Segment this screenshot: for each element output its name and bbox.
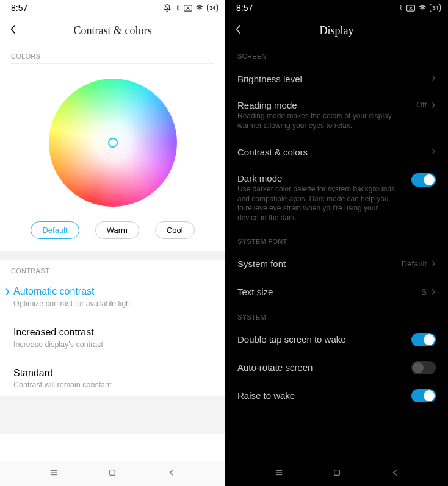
bluetooth-icon bbox=[397, 4, 403, 12]
pill-warm[interactable]: Warm bbox=[95, 221, 139, 239]
chevron-right-icon bbox=[432, 73, 436, 84]
auto-rotate-toggle[interactable] bbox=[411, 361, 436, 374]
chevron-right-icon bbox=[432, 146, 436, 157]
contrast-item-title: Increased contrast bbox=[13, 326, 213, 339]
contrast-standard[interactable]: Standard Contrast will remain constant bbox=[0, 360, 225, 397]
row-auto-rotate: Auto-rotate screen bbox=[225, 354, 448, 382]
row-title: Double tap screen to wake bbox=[237, 334, 406, 345]
row-brightness[interactable]: Brightness level bbox=[225, 65, 448, 93]
row-title: System font bbox=[237, 259, 397, 269]
bluetooth-icon bbox=[175, 4, 181, 12]
row-title: Brightness level bbox=[237, 74, 427, 84]
nosim-icon bbox=[184, 5, 192, 12]
status-icons: 34 bbox=[397, 4, 441, 12]
section-colors: COLORS bbox=[0, 45, 225, 63]
color-wheel-area bbox=[0, 64, 225, 213]
row-dark-mode: Dark mode Use darker color palette for s… bbox=[225, 166, 448, 230]
contrast-item-title: Automatic contrast bbox=[13, 285, 213, 298]
pill-cool[interactable]: Cool bbox=[155, 221, 195, 239]
contrast-colors-screen: 8:57 34 Contrast & colors COLORS bbox=[0, 0, 225, 486]
chevron-right-icon bbox=[432, 100, 436, 111]
section-screen: SCREEN bbox=[225, 45, 448, 65]
svg-rect-4 bbox=[110, 470, 115, 476]
dark-mode-toggle[interactable] bbox=[411, 173, 436, 187]
back-button[interactable] bbox=[235, 24, 241, 37]
page-title: Contrast & colors bbox=[0, 24, 225, 37]
battery-icon: 34 bbox=[207, 4, 218, 12]
double-tap-toggle[interactable] bbox=[411, 333, 436, 346]
status-time: 8:57 bbox=[236, 3, 253, 13]
row-subtitle: Use darker color palette for system back… bbox=[237, 185, 396, 223]
section-system: SYSTEM bbox=[225, 306, 448, 326]
status-bar: 8:57 34 bbox=[0, 0, 225, 16]
contrast-item-sub: Optimize contrast for available light bbox=[13, 299, 213, 308]
wifi-icon bbox=[418, 4, 427, 12]
row-title: Reading mode bbox=[237, 100, 411, 110]
contrast-item-title: Standard bbox=[13, 367, 213, 380]
recents-icon[interactable] bbox=[49, 468, 58, 479]
nosim-icon bbox=[406, 5, 415, 12]
title-bar: Display bbox=[225, 16, 448, 45]
wifi-icon bbox=[195, 4, 204, 12]
row-title: Raise to wake bbox=[237, 390, 406, 401]
row-double-tap: Double tap screen to wake bbox=[225, 326, 448, 354]
chevron-right-icon bbox=[432, 287, 436, 298]
back-button[interactable] bbox=[10, 24, 16, 37]
recents-icon[interactable] bbox=[275, 468, 283, 479]
display-settings-screen: 8:57 34 Display SCREEN Brightness level … bbox=[225, 0, 448, 486]
empty-area bbox=[0, 396, 225, 434]
chevron-right-icon bbox=[432, 259, 436, 270]
row-value: Off bbox=[416, 100, 427, 109]
row-value: S bbox=[421, 287, 427, 296]
home-icon[interactable] bbox=[108, 468, 117, 479]
section-system-font: SYSTEM FONT bbox=[225, 230, 448, 250]
color-selector-handle[interactable] bbox=[108, 138, 118, 148]
page-title: Display bbox=[225, 24, 448, 37]
row-subtitle: Reading mode makes the colors of your di… bbox=[237, 112, 396, 130]
row-contrast-colors[interactable]: Contrast & colors bbox=[225, 138, 448, 166]
row-text-size[interactable]: Text size S bbox=[225, 278, 448, 306]
contrast-item-sub: Contrast will remain constant bbox=[13, 381, 213, 389]
contrast-item-sub: Increase display's contrast bbox=[13, 340, 213, 349]
navigation-bar bbox=[0, 462, 225, 486]
chevron-right-icon: ❯ bbox=[5, 288, 10, 295]
svg-rect-9 bbox=[334, 470, 339, 476]
navigation-bar bbox=[225, 462, 448, 486]
row-title: Auto-rotate screen bbox=[237, 362, 406, 373]
back-icon[interactable] bbox=[167, 468, 176, 479]
battery-icon: 34 bbox=[430, 4, 441, 12]
home-icon[interactable] bbox=[333, 468, 341, 479]
status-icons: 34 bbox=[163, 4, 218, 12]
section-contrast: CONTRAST bbox=[0, 260, 225, 278]
row-title: Contrast & colors bbox=[237, 147, 427, 157]
row-title: Text size bbox=[237, 287, 416, 297]
back-icon[interactable] bbox=[391, 468, 399, 479]
section-gap bbox=[0, 251, 225, 260]
contrast-automatic[interactable]: ❯ Automatic contrast Optimize contrast f… bbox=[0, 278, 225, 315]
row-title: Dark mode bbox=[237, 173, 406, 184]
row-reading-mode[interactable]: Reading mode Reading mode makes the colo… bbox=[225, 93, 448, 138]
raise-wake-toggle[interactable] bbox=[411, 389, 436, 402]
dnd-icon bbox=[163, 4, 172, 12]
title-bar: Contrast & colors bbox=[0, 16, 225, 45]
status-time: 8:57 bbox=[11, 3, 27, 13]
temperature-pills: Default Warm Cool bbox=[0, 213, 225, 251]
row-system-font[interactable]: System font Default bbox=[225, 250, 448, 278]
color-wheel[interactable] bbox=[49, 79, 177, 207]
pill-default[interactable]: Default bbox=[31, 221, 79, 239]
row-raise-wake: Raise to wake bbox=[225, 382, 448, 410]
status-bar: 8:57 34 bbox=[225, 0, 448, 16]
row-value: Default bbox=[402, 259, 427, 268]
contrast-increased[interactable]: Increased contrast Increase display's co… bbox=[0, 319, 225, 356]
